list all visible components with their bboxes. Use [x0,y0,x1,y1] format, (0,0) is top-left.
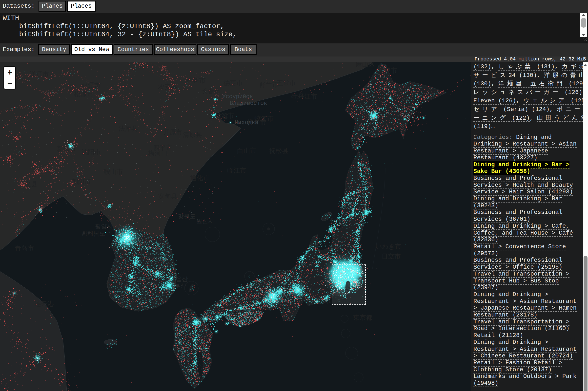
svg-text:长春市: 长春市 [201,88,221,95]
svg-text:梅河口: 梅河口 [148,150,167,157]
svg-text:宽甸县: 宽甸县 [158,193,177,200]
svg-text:Находка: Находка [235,119,259,126]
svg-text:德惠市: 德惠市 [223,80,243,87]
svg-text:鞍山市: 鞍山市 [104,168,123,176]
svg-text:Владивосток: Владивосток [230,100,267,106]
svg-text:朝阳市: 朝阳市 [72,178,91,186]
svg-text:東京都: 東京都 [353,314,372,322]
svg-text:Уссурийск: Уссурийск [222,94,253,100]
svg-text:강원도: 강원도 [178,213,196,220]
svg-text:평안남도: 평안남도 [142,212,166,219]
svg-text:부산: 부산 [174,283,186,289]
svg-text:日立市: 日立市 [382,253,401,261]
svg-text:临江市: 临江市 [227,167,247,175]
svg-text:法库县: 法库县 [119,125,138,133]
svg-text:沈阳市: 沈阳市 [82,149,101,156]
svg-text:通化市: 通化市 [190,174,209,182]
svg-text:舒兰市: 舒兰市 [259,81,279,89]
svg-text:抚松县: 抚松县 [269,148,289,155]
svg-text:榆树市: 榆树市 [186,77,206,85]
svg-text:牡丹江市: 牡丹江市 [292,93,317,101]
svg-text:황해남도: 황해남도 [82,231,105,237]
svg-text:원산시: 원산시 [196,218,214,225]
svg-text:青岛市: 青岛市 [15,245,34,252]
svg-text:开原市: 开原市 [163,129,182,136]
svg-text:清原县: 清原县 [183,131,202,139]
svg-text:松原市: 松原市 [74,91,93,98]
svg-text:连云港: 连云港 [35,300,54,308]
svg-text:穆棱市: 穆棱市 [378,67,397,75]
svg-text:いわき市: いわき市 [375,243,402,251]
svg-text:五常市: 五常市 [277,80,296,87]
svg-text:辽源市: 辽源市 [215,112,234,120]
svg-text:白山市: 白山市 [237,147,256,155]
svg-text:双辽市: 双辽市 [82,82,101,90]
svg-text:울산: 울산 [176,276,188,283]
